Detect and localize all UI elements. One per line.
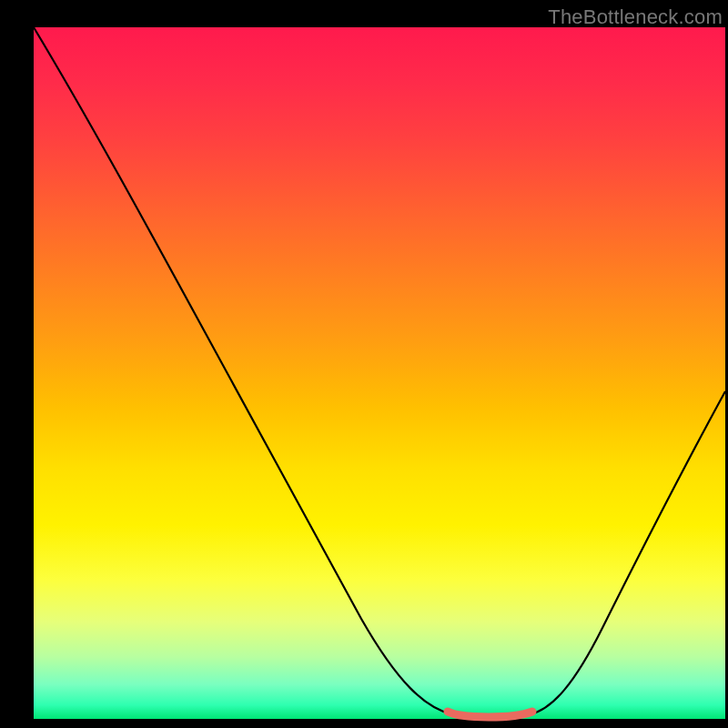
- bottleneck-curve: [34, 27, 725, 714]
- chart-frame: [34, 27, 725, 719]
- accent-minimum-mark: [448, 712, 532, 717]
- chart-svg: [34, 27, 725, 719]
- watermark-text: TheBottleneck.com: [548, 5, 723, 29]
